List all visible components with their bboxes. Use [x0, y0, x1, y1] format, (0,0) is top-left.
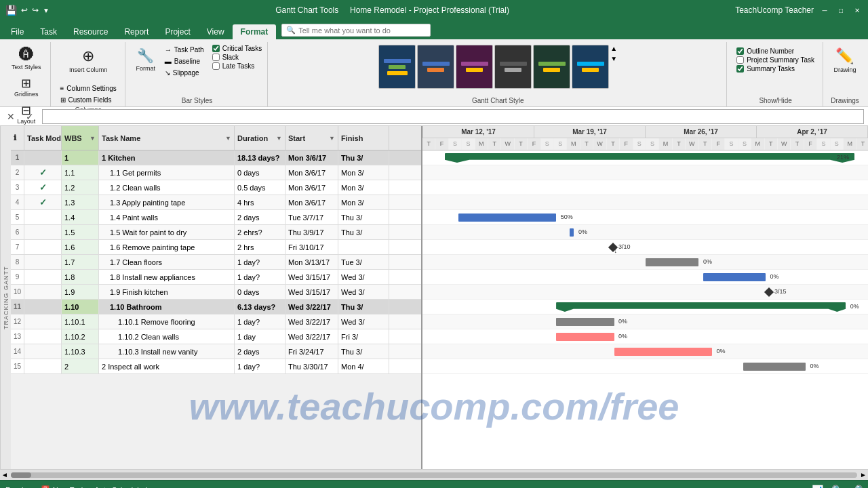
view-normal-btn[interactable]: 📊 — [812, 485, 823, 489]
tab-resource[interactable]: Resource — [65, 24, 116, 39]
table-row[interactable]: 5 1.4 1.4 Paint walls 2 days Tue 3/7/17 … — [11, 210, 421, 225]
tab-format[interactable]: Format — [233, 24, 277, 39]
scroll-right-btn[interactable]: ► — [860, 471, 867, 479]
search-input[interactable] — [298, 26, 420, 35]
td-check — [24, 240, 62, 254]
td-duration: 6.13 days? — [235, 300, 285, 314]
insert-column-btn[interactable]: ⊕ Insert Column — [58, 45, 119, 82]
column-settings-btn[interactable]: ≡ Column Settings — [58, 83, 119, 94]
save-icon[interactable]: 💾 — [5, 5, 17, 16]
td-rownum: 3 — [11, 180, 24, 195]
bar-pct: 0% — [810, 363, 819, 369]
gantt-style-5[interactable] — [533, 45, 570, 89]
table-row[interactable]: 9 1.8 1.8 Install new appliances 1 day? … — [11, 270, 421, 285]
gantt-style-6[interactable] — [572, 45, 609, 89]
summary-tasks-check[interactable]: Summary Tasks — [736, 65, 814, 73]
table-body: 1 1 1 Kitchen 18.13 days? Mon 3/6/17 Thu… — [11, 150, 421, 469]
redo-icon[interactable]: ↪ — [32, 5, 39, 15]
gantt-bar — [570, 228, 574, 237]
baseline-btn[interactable]: ▬ Baseline — [162, 56, 207, 66]
table-row[interactable]: 12 1.10.1 1.10.1 Remove flooring 1 day? … — [11, 314, 421, 329]
table-row[interactable]: 13 1.10.2 1.10.2 Clean walls 1 day Wed 3… — [11, 329, 421, 344]
undo-icon[interactable]: ↩ — [21, 5, 28, 15]
restore-btn[interactable]: □ — [835, 5, 846, 16]
scroll-left-btn[interactable]: ◄ — [1, 471, 8, 479]
slack-input[interactable] — [212, 54, 220, 61]
table-row[interactable]: 8 1.7 1.7 Clean floors 1 day? Mon 3/13/1… — [11, 255, 421, 270]
gantt-day: M — [751, 138, 764, 150]
table-row[interactable]: 14 1.10.3 1.10.3 Install new vanity 2 da… — [11, 344, 421, 359]
summary-tasks-input[interactable] — [736, 65, 744, 73]
td-start: Tue 3/7/17 — [285, 210, 338, 224]
table-row[interactable]: 2 ✓ 1.1 1.1 Get permits 0 days Mon 3/6/1… — [11, 165, 421, 180]
zoom-in-btn[interactable]: 🔍 — [831, 485, 843, 489]
style-scroll-down[interactable]: ▼ — [610, 55, 617, 62]
table-row[interactable]: 10 1.9 1.9 Finish kitchen 0 days Wed 3/1… — [11, 285, 421, 300]
critical-tasks-check[interactable]: Critical Tasks — [212, 45, 262, 52]
confirm-btn[interactable]: ✓ — [23, 110, 37, 123]
th-name[interactable]: Task Name ▼ — [99, 126, 235, 150]
style-scroll-up[interactable]: ▲ — [610, 45, 617, 52]
critical-tasks-input[interactable] — [212, 45, 220, 52]
table-row[interactable]: 6 1.5 1.5 Wait for paint to dry 2 ehrs? … — [11, 225, 421, 240]
insert-column-label: Insert Column — [69, 66, 107, 73]
th-start-sort[interactable]: ▼ — [329, 135, 335, 142]
drawings-group-label: Drawings — [831, 96, 859, 106]
gantt-style-3[interactable] — [456, 45, 493, 89]
table-row[interactable]: 11 1.10 1.10 Bathroom 6.13 days? Wed 3/2… — [11, 300, 421, 314]
th-wbs[interactable]: WBS ▼ — [62, 126, 99, 150]
th-finish[interactable]: Finish — [338, 126, 389, 150]
tab-report[interactable]: Report — [116, 24, 157, 39]
outline-number-input[interactable] — [736, 47, 744, 55]
th-duration[interactable]: Duration ▼ — [235, 126, 285, 150]
gantt-style-1[interactable] — [378, 45, 416, 89]
td-check — [24, 329, 62, 344]
th-duration-sort[interactable]: ▼ — [276, 135, 282, 142]
slack-check[interactable]: Slack — [212, 54, 262, 61]
task-path-btn[interactable]: → Task Path — [162, 45, 207, 55]
h-scrollbar[interactable]: ◄ ► — [0, 469, 868, 480]
th-info: ℹ — [11, 126, 24, 150]
col-settings-icon: ≡ — [60, 85, 64, 92]
custom-fields-btn[interactable]: ⊞ Custom Fields — [58, 95, 119, 105]
title-bar-center: Gantt Chart Tools Home Remodel - Project… — [275, 5, 509, 15]
table-row[interactable]: 1 1 1 Kitchen 18.13 days? Mon 3/6/17 Thu… — [11, 150, 421, 165]
new-tasks-label: New Tasks : Auto Scheduled — [53, 486, 147, 489]
drawing-btn[interactable]: ✏️ Drawing — [830, 45, 859, 82]
format-btn[interactable]: 🔧 Format — [132, 45, 159, 82]
text-styles-btn[interactable]: 🅐 Text Styles — [8, 45, 45, 73]
tab-task[interactable]: Task — [32, 24, 65, 39]
formula-input[interactable]: 1 — [42, 109, 864, 124]
outline-number-check[interactable]: Outline Number — [736, 47, 814, 55]
formula-bar: ✕ ✓ 1 — [0, 107, 868, 126]
table-row[interactable]: 7 1.6 1.6 Remove painting tape 2 hrs Fri… — [11, 240, 421, 255]
table-row[interactable]: 3 ✓ 1.2 1.2 Clean walls 0.5 days Mon 3/6… — [11, 180, 421, 195]
gridlines-btn[interactable]: ⊞ Gridlines — [11, 75, 42, 100]
slippage-btn[interactable]: ↘ Slippage — [162, 68, 207, 78]
gantt-style-4[interactable] — [494, 45, 532, 89]
table-row[interactable]: 4 ✓ 1.3 1.3 Apply painting tape 4 hrs Mo… — [11, 195, 421, 210]
gantt-style-2[interactable] — [417, 45, 454, 89]
ribbon-group-format: 🅐 Text Styles ⊞ Gridlines ⊟ Layout Forma… — [3, 42, 51, 106]
th-mode[interactable]: Task Mode ▼ — [24, 126, 62, 150]
format-icon: 🔧 — [137, 47, 154, 64]
tab-view[interactable]: View — [199, 24, 233, 39]
project-summary-check[interactable]: Project Summary Task — [736, 56, 814, 64]
cancel-btn[interactable]: ✕ — [4, 110, 18, 123]
zoom-out-btn[interactable]: 🔎 — [851, 485, 863, 489]
td-check: ✓ — [24, 180, 62, 195]
project-summary-input[interactable] — [736, 56, 744, 64]
th-wbs-sort[interactable]: ▼ — [90, 135, 96, 142]
th-start[interactable]: Start ▼ — [285, 126, 338, 150]
customize-icon[interactable]: ▼ — [43, 7, 50, 14]
table-row[interactable]: 15 2 2 Inspect all work 1 day? Thu 3/30/… — [11, 359, 421, 374]
tab-project[interactable]: Project — [157, 24, 198, 39]
scroll-thumb[interactable] — [11, 472, 31, 478]
close-btn[interactable]: ✕ — [852, 5, 863, 16]
critical-tasks-label: Critical Tasks — [222, 45, 262, 52]
th-name-sort[interactable]: ▼ — [225, 135, 231, 142]
late-tasks-check[interactable]: Late Tasks — [212, 62, 262, 70]
late-tasks-input[interactable] — [212, 62, 220, 70]
tab-file[interactable]: File — [3, 24, 32, 39]
minimize-btn[interactable]: ─ — [819, 5, 830, 16]
